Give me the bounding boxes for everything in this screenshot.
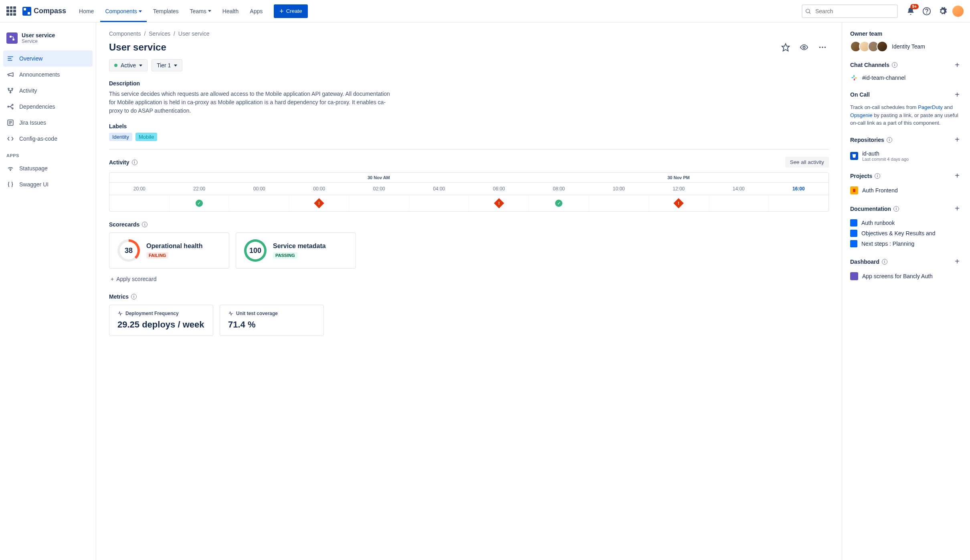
- event-alert-icon[interactable]: !: [494, 198, 504, 208]
- add-dashboard-button[interactable]: +: [952, 257, 962, 267]
- more-button[interactable]: [816, 41, 829, 54]
- sidebar-item-config[interactable]: Config-as-code: [0, 131, 96, 147]
- opsgenie-link[interactable]: Opsgenie: [850, 112, 873, 118]
- scorecards: 38 Operational health FAILING 100 Servic…: [109, 232, 829, 269]
- doc-row[interactable]: Objectives & Key Results and: [850, 228, 962, 239]
- event-success-icon[interactable]: ✓: [196, 200, 203, 207]
- notif-badge: 9+: [910, 4, 919, 9]
- user-avatar[interactable]: [952, 6, 964, 17]
- nav-health[interactable]: Health: [218, 0, 243, 22]
- sidebar-item-dependencies[interactable]: Dependencies: [0, 99, 96, 115]
- pagerduty-link[interactable]: PagerDuty: [918, 104, 942, 110]
- info-icon[interactable]: i: [142, 222, 148, 227]
- sidebar-item-swagger[interactable]: Swagger UI: [0, 176, 96, 192]
- add-oncall-button[interactable]: +: [952, 90, 962, 99]
- watch-button[interactable]: [798, 41, 810, 54]
- info-icon[interactable]: i: [882, 259, 887, 265]
- add-doc-button[interactable]: +: [952, 204, 962, 214]
- sidebar-label: Swagger UI: [19, 181, 48, 188]
- event-alert-icon[interactable]: !: [674, 198, 684, 208]
- add-chat-button[interactable]: +: [952, 60, 962, 70]
- tl-time: 00:00: [289, 183, 350, 195]
- repo-meta: Last commit 4 days ago: [862, 157, 909, 162]
- wifi-icon: [6, 164, 14, 172]
- info-icon[interactable]: i: [875, 173, 880, 179]
- dashboard-row[interactable]: App screens for Bancly Auth: [850, 271, 962, 282]
- svg-rect-5: [12, 38, 14, 40]
- info-icon[interactable]: i: [887, 137, 892, 143]
- metric-unit-test-coverage[interactable]: Unit test coverage 71.4 %: [220, 305, 324, 336]
- breadcrumb-components[interactable]: Components: [109, 30, 141, 37]
- megaphone-icon: [6, 71, 14, 79]
- gear-icon: [938, 7, 947, 16]
- add-repo-button[interactable]: +: [952, 135, 962, 145]
- search-input[interactable]: [802, 4, 898, 18]
- info-icon[interactable]: i: [131, 294, 137, 299]
- nav-home[interactable]: Home: [74, 0, 99, 22]
- label-mobile[interactable]: Mobile: [135, 133, 157, 141]
- see-all-activity-button[interactable]: See all activity: [785, 157, 829, 168]
- scorecard-service-metadata[interactable]: 100 Service metadata PASSING: [236, 232, 356, 269]
- doc-row[interactable]: Next steps : Planning: [850, 239, 962, 249]
- top-nav: Compass Home Components Templates Teams …: [0, 0, 970, 22]
- activity-timeline: 30 Nov AM 30 Nov PM 20:00 22:00 00:00 00…: [109, 172, 829, 212]
- doc-row[interactable]: Auth runbook: [850, 218, 962, 228]
- sidebar-item-overview[interactable]: Overview: [3, 51, 93, 67]
- dependencies-icon: [6, 103, 14, 111]
- help-button[interactable]: [920, 5, 933, 18]
- add-project-button[interactable]: +: [952, 171, 962, 181]
- tl-time: 08:00: [529, 183, 589, 195]
- sidebar-item-announcements[interactable]: Announcements: [0, 67, 96, 83]
- nav-items: Home Components Templates Teams Health A…: [74, 0, 267, 22]
- nav-teams[interactable]: Teams: [185, 0, 216, 22]
- event-alert-icon[interactable]: !: [314, 198, 324, 208]
- search-icon: [805, 8, 811, 14]
- search-box: [802, 4, 898, 18]
- apply-scorecard-button[interactable]: +Apply scorecard: [109, 273, 829, 285]
- slack-icon: [850, 74, 858, 82]
- info-icon[interactable]: i: [892, 62, 897, 68]
- status-pills: Active Tier 1: [109, 59, 829, 71]
- settings-button[interactable]: [936, 5, 949, 18]
- breadcrumb-services[interactable]: Services: [149, 30, 170, 37]
- notifications-button[interactable]: 9+: [904, 5, 917, 18]
- score-ring: 100: [244, 239, 267, 262]
- tl-time: 12:00: [649, 183, 709, 195]
- page-actions: [779, 41, 829, 54]
- label-identity[interactable]: Identity: [109, 133, 132, 141]
- nav-components[interactable]: Components: [100, 0, 146, 22]
- tier-pill[interactable]: Tier 1: [152, 59, 182, 71]
- nav-components-label: Components: [105, 8, 137, 14]
- app-switcher-icon[interactable]: [6, 6, 16, 16]
- metric-deployment-frequency[interactable]: Deployment Frequency 29.25 deploys / wee…: [109, 305, 213, 336]
- oncall-heading: On Call: [850, 91, 870, 98]
- project-row[interactable]: Auth Frontend: [850, 185, 962, 196]
- status-pill[interactable]: Active: [109, 59, 148, 71]
- event-success-icon[interactable]: ✓: [555, 200, 562, 207]
- owner-team-row[interactable]: Identity Team: [850, 41, 962, 52]
- nav-apps[interactable]: Apps: [245, 0, 267, 22]
- brand-name: Compass: [34, 7, 66, 15]
- svg-point-13: [12, 104, 13, 105]
- tl-time: 10:00: [589, 183, 649, 195]
- sidebar-item-activity[interactable]: Activity: [0, 83, 96, 99]
- info-icon[interactable]: i: [893, 206, 899, 212]
- info-icon[interactable]: i: [132, 160, 137, 165]
- star-button[interactable]: [779, 41, 792, 54]
- help-icon: [922, 7, 931, 16]
- svg-point-14: [12, 108, 13, 109]
- repo-row[interactable]: id-auth Last commit 4 days ago: [850, 149, 962, 163]
- chat-channel-row[interactable]: #id-team-channel: [850, 74, 962, 82]
- eye-icon: [800, 43, 808, 52]
- sidebar-item-statuspage[interactable]: Statuspage: [0, 160, 96, 176]
- sidebar-item-jira[interactable]: Jira Issues: [0, 115, 96, 131]
- bitbucket-icon: [850, 152, 858, 160]
- breadcrumb-current: User service: [178, 30, 210, 37]
- sidebar-title: User service: [22, 32, 55, 38]
- scorecard-operational-health[interactable]: 38 Operational health FAILING: [109, 232, 229, 269]
- doc-icon: [850, 240, 857, 247]
- logo[interactable]: Compass: [22, 7, 66, 16]
- braces-icon: [6, 180, 14, 188]
- create-button[interactable]: +Create: [274, 4, 308, 18]
- nav-templates[interactable]: Templates: [148, 0, 184, 22]
